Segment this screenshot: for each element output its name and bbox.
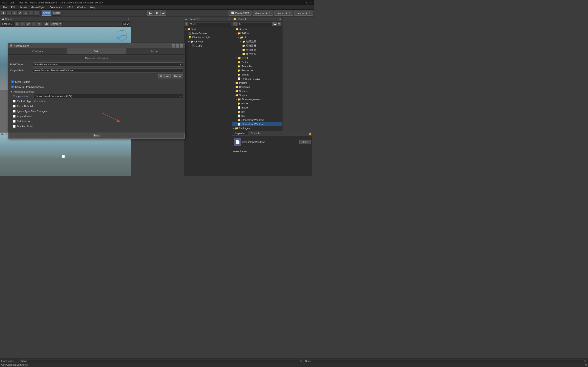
ignore-typetree-cb[interactable] [13, 110, 16, 113]
project-editor[interactable]: 📁 Editor [232, 60, 282, 64]
scene-menu-btn[interactable]: ≡ [128, 18, 129, 20]
project-artres[interactable]: ▼ 📁 ArtRes [232, 31, 282, 35]
menu-assets[interactable]: Assets [18, 6, 29, 9]
project-scenes[interactable]: 📁 Scenes [232, 89, 282, 93]
save-btn[interactable]: 💾 [273, 22, 277, 26]
project-pic1[interactable]: 📁 pic [232, 110, 282, 114]
configure-tab[interactable]: Configure [8, 48, 67, 54]
lighting-btn[interactable]: ☀ [20, 22, 25, 27]
pause-btn[interactable]: ⏸ [154, 10, 160, 16]
audio-btn[interactable]: 🔊 [26, 22, 31, 27]
copy-streaming-cb[interactable] [11, 85, 14, 88]
center-btn[interactable]: Center [42, 10, 51, 16]
project-denglu2[interactable]: 📁 登录注册 [232, 44, 282, 48]
project-ngui[interactable]: ▼ 📁 NGUI [232, 56, 282, 60]
project-dengtujian[interactable]: 📁 登录图鉴 [232, 48, 282, 52]
project-plugins[interactable]: 📁 Plugins [232, 81, 282, 85]
lock-icon[interactable]: 🔒 [309, 132, 311, 135]
reset-btn[interactable]: Reset [172, 74, 183, 78]
project-search[interactable]: 🔍 [237, 22, 273, 26]
scale-tool[interactable]: ⤢ [17, 10, 23, 16]
project-pic2[interactable]: 📄 pic [232, 114, 282, 118]
hierarchy-item-uiroot[interactable]: ▶ 📁 UI Root [184, 40, 232, 44]
dialog-minimize[interactable]: — [172, 44, 175, 48]
append-hash-cb[interactable] [13, 115, 16, 118]
output-path-input[interactable] [33, 68, 183, 73]
project-streaming[interactable]: ▼ 📁 StreamingAssets [232, 97, 282, 101]
rotate-tool[interactable]: ↻ [12, 10, 17, 16]
build-button[interactable]: Build [8, 133, 185, 139]
project-standalone1[interactable]: 📁 StandaloneWindows [232, 118, 282, 122]
hierarchy-menu[interactable]: ≡ [229, 18, 230, 20]
hierarchy-item-dirlight[interactable]: 💡 Directional Light [184, 35, 232, 40]
strict-mode-cb[interactable] [13, 120, 16, 123]
2d-btn[interactable]: 2D [15, 22, 20, 27]
clear-folders-cb[interactable] [11, 81, 14, 83]
menu-component[interactable]: Component [48, 6, 64, 9]
play-btn[interactable]: ▶ [147, 10, 153, 16]
menu-edit[interactable]: Edit [9, 6, 17, 9]
effects-btn[interactable]: ✦ [31, 22, 36, 27]
project-model2[interactable]: 📄 model [232, 106, 282, 110]
gizmos-btn[interactable]: 2D [44, 22, 49, 27]
maximize-btn[interactable]: □ [306, 1, 308, 4]
exclude-type-cb[interactable] [13, 100, 16, 102]
menu-window[interactable]: Window [75, 6, 88, 9]
gizmos-dropdown[interactable]: Gizmos ▼ [50, 22, 63, 27]
create-asset-btn[interactable]: + [233, 22, 237, 26]
custom-tool[interactable]: ⋯ [34, 10, 39, 16]
project-scripts2[interactable]: 📁 Scripts [232, 93, 282, 97]
step-btn[interactable]: ⏭ [160, 10, 166, 16]
plastic-scm-btn[interactable]: 🔄 Plastic SCM [229, 10, 251, 16]
advanced-label: Advanced Settings [14, 90, 35, 93]
console-tab[interactable]: Console [248, 131, 263, 136]
build-target-dropdown[interactable]: Standalone Windows ▼ [33, 62, 183, 67]
project-assets[interactable]: ▼ 📁 Assets [232, 27, 282, 31]
minimize-btn[interactable]: — [302, 1, 304, 4]
account-btn[interactable]: Account ▼ ▼ [253, 10, 273, 16]
project-ui[interactable]: ▼ 📁 UI [232, 35, 282, 40]
hierarchy-item-test[interactable]: ▼ 📁 Test [184, 27, 232, 31]
move-tool[interactable]: ✛ [6, 10, 11, 16]
menu-file[interactable]: File [1, 6, 9, 9]
close-btn[interactable]: ✕ [310, 1, 312, 4]
browse-btn[interactable]: Browse [158, 74, 171, 78]
menu-gameobject[interactable]: GameObject [29, 6, 47, 9]
layout-btn[interactable]: Layout ▼ ▼ [294, 10, 313, 16]
force-rebuild-cb[interactable] [13, 105, 16, 108]
rect-tool[interactable]: ▭ [23, 10, 28, 16]
open-btn[interactable]: Open [299, 140, 311, 144]
project-packages[interactable]: ▶ 📁 Packages [232, 126, 282, 130]
project-denglu[interactable]: ▼ 📁 登录注册 [232, 40, 282, 44]
menu-help[interactable]: Help [88, 6, 97, 9]
inspect-tab[interactable]: Inspect [126, 48, 185, 54]
compression-dropdown[interactable]: Chunk Based Compression (LZ4) ▼ [34, 94, 183, 98]
shading-dropdown[interactable]: Shaded [1, 22, 14, 26]
inspector-tab[interactable]: Inspector [232, 131, 248, 136]
build-tab[interactable]: Build [67, 48, 126, 54]
scene-hide-btn[interactable]: 👁 [37, 22, 42, 27]
dialog-close[interactable]: ✕ [180, 44, 183, 48]
multi-tool[interactable]: ✦ [28, 10, 34, 16]
project-examples[interactable]: 📁 Examples [232, 64, 282, 68]
hand-tool[interactable]: ✋ [1, 10, 6, 16]
find-btn[interactable]: 🔍 [278, 22, 281, 26]
project-resource[interactable]: 📁 Resource [232, 85, 282, 89]
layer-select[interactable]: All [122, 22, 130, 26]
hierarchy-item-maincamera[interactable]: 📷 Main Camera [184, 31, 232, 35]
project-menu[interactable]: ≡ [279, 18, 281, 20]
project-standalone2[interactable]: 📄 StandaloneWindows [232, 122, 282, 126]
project-resources[interactable]: 📁 Resources [232, 68, 282, 73]
layers-btn[interactable]: Layers ▼ ▼ [274, 10, 293, 16]
menu-ngui[interactable]: NGUI [65, 6, 75, 9]
dry-run-cb[interactable] [13, 125, 16, 128]
global-btn[interactable]: Global [52, 10, 61, 16]
dialog-maximize[interactable]: □ [176, 44, 179, 48]
project-model1[interactable]: 📁 model [232, 101, 282, 106]
create-btn[interactable]: + [185, 22, 188, 26]
hierarchy-item-cube[interactable]: ⬛ Cube › [184, 44, 232, 48]
hierarchy-search[interactable]: 🔍 All [189, 22, 231, 26]
project-tongyong[interactable]: 📁 通用资源 [232, 52, 282, 56]
project-scripts[interactable]: 📁 Scripts [232, 73, 282, 77]
project-readme[interactable]: 📄 ReadMe - 3.11.2 [232, 77, 282, 81]
